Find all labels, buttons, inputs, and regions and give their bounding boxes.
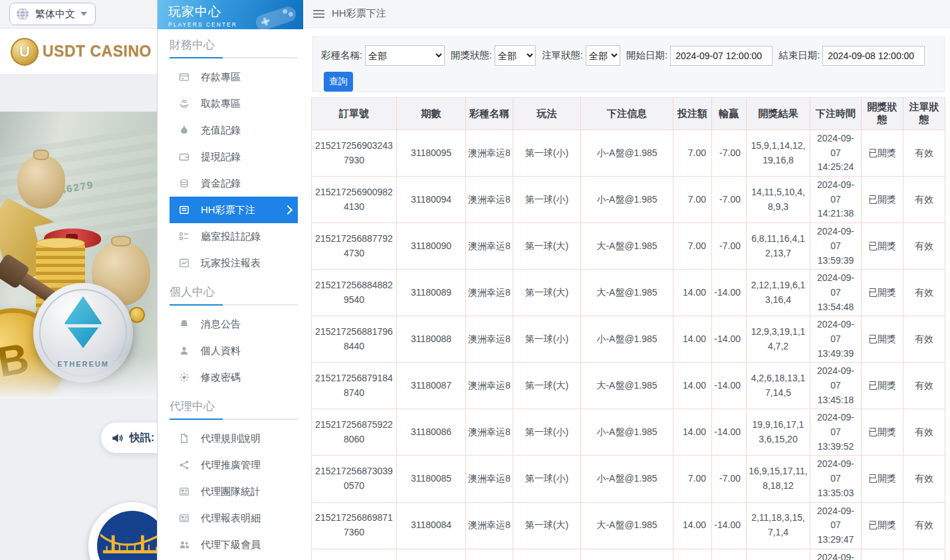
table-cell: 2024-09-07 13:25:02 [810,549,862,560]
sidebar-item-announcements[interactable]: 消息公告 [170,311,298,337]
sidebar-item-agent-report-detail[interactable]: 代理報表明細 [170,505,298,531]
table-cell: 6,8,11,16,4,12,13,7 [747,223,810,270]
table-row: 215217256903243793031180095澳洲幸运8第一球(小)小-… [312,130,945,177]
column-header: 訂單號 [312,98,397,130]
table-cell: 31180083 [397,549,466,560]
table-cell: 2152172568848829540 [312,270,397,316]
table-cell: 第一球(小) [513,177,581,223]
sidebar-item-label: 代理推廣管理 [201,459,261,472]
table-cell: 2024-09-07 13:59:39 [810,223,862,270]
bell-icon [179,319,189,329]
table-cell: 小-A盤@1.985 [581,316,673,363]
draw-status-select[interactable]: 全部 [495,45,536,66]
lottery-name-label: 彩種名稱: [321,49,362,62]
ethereum-diamond-icon [64,296,102,348]
sidebar-item-hh-lottery-bet[interactable]: HH彩票下注 [170,197,298,223]
table-cell: 7.00 [673,456,712,502]
column-header: 玩法 [513,98,581,130]
main-header: HH彩票下注 [303,0,950,28]
table-cell: 已開獎 [862,456,903,502]
table-cell: 大-A盤@1.985 [581,502,673,549]
search-button[interactable]: 查詢 [324,72,353,92]
table-cell: -7.00 [712,223,747,270]
table-cell: 有效 [903,409,945,456]
table-cell: -7.00 [712,130,747,177]
table-cell: 已開獎 [862,409,903,456]
sidebar-item-withdraw[interactable]: 取款專區 [170,90,298,117]
sidebar-item-agent-promotion[interactable]: 代理推廣管理 [170,452,298,478]
table-cell: 大-A盤@1.985 [581,223,673,270]
column-header: 輸贏 [712,98,747,130]
table-cell: 大-A盤@1.985 [581,363,673,409]
table-cell: 澳洲幸运8 [466,316,513,363]
table-cell: -14.00 [712,502,747,549]
spacer [0,75,157,112]
sidebar-item-label: 代理下級會員 [201,539,261,551]
start-date-label: 開始日期: [626,49,667,62]
table-cell: 已開獎 [862,223,903,270]
section-title: 代理中心 [170,399,298,415]
nav-section: 個人中心消息公告個人資料修改密碼 [158,284,303,391]
sidebar-item-withdrawal-record[interactable]: 提現記錄 [170,143,298,170]
person-icon [179,345,189,356]
table-cell: 2024-09-07 13:45:18 [810,363,862,409]
column-header: 注單狀態 [903,98,945,130]
withdraw-icon [179,98,189,109]
table-cell: 小-A盤@1.985 [581,177,673,223]
table-cell: 2152172568759228060 [312,409,397,456]
column-header: 開獎狀態 [862,98,903,130]
table-cell: 7.00 [673,177,712,223]
end-date-input[interactable] [822,46,925,66]
report-icon [179,513,189,523]
table-cell: 2024-09-07 14:25:24 [810,130,862,177]
table-cell: 31180095 [397,130,466,177]
sidebar-item-recharge-record[interactable]: 充值記錄 [170,117,298,143]
sidebar-item-agent-team-stats[interactable]: 代理團隊統計 [170,478,298,505]
table-cell: 31180089 [397,270,466,316]
deposit-icon [179,72,189,82]
language-selector[interactable]: 繁体中文 [9,3,96,25]
lottery-name-select[interactable]: 全部 [365,45,445,66]
table-row: 215217256867022810031180083澳洲幸运8第一球(小)小-… [312,549,945,560]
main-content: HH彩票下注 彩種名稱: 全部 開獎狀態: 全部 注單狀態: 全部 開始日期: … [303,0,950,560]
sidebar-item-funds-record[interactable]: 資金記錄 [170,170,298,197]
table-cell: 4,2,6,18,13,17,14,5 [747,363,810,409]
column-header: 下注信息 [581,98,673,130]
table-cell: 有效 [903,363,945,409]
table-cell: -14.00 [712,270,747,316]
bet-table: 訂單號期數彩種名稱玩法下注信息投注額輸贏開獎結果下注時間開獎狀態注單狀態 215… [311,97,945,560]
table-cell: 有效 [903,270,945,316]
start-date-input[interactable] [670,46,772,66]
table-cell: 2,11,18,3,15,7,1,4 [747,502,810,549]
table-cell: 2152172568730390570 [312,456,397,502]
sidebar-item-label: 玩家投注報表 [201,257,261,270]
table-cell: 有效 [903,549,945,560]
money-bag-icon [17,155,65,209]
sidebar-item-profile[interactable]: 個人資料 [170,337,298,364]
sidebar-item-agent-rules[interactable]: 代理規則說明 [170,425,298,452]
sidebar-item-room-bet-record[interactable]: 廳室投註記錄 [170,223,298,250]
table-cell: 2024-09-07 13:49:39 [810,316,862,363]
table-cell: 7.00 [673,130,712,177]
sidebar-item-label: 廳室投註記錄 [201,231,261,243]
hamburger-icon[interactable] [313,10,324,18]
table-cell: 2024-09-07 13:39:52 [810,409,862,456]
floor-fade [0,355,157,399]
table-cell: 2024-09-07 13:54:48 [810,270,862,316]
sidebar-item-change-password[interactable]: 修改密碼 [170,364,298,391]
player-bet-report-icon [179,258,189,268]
order-status-select[interactable]: 全部 [586,45,620,66]
table-cell: 小-A盤@1.985 [581,130,673,177]
table-cell: 澳洲幸运8 [466,270,513,316]
sidebar-item-player-bet-report[interactable]: 玩家投注報表 [170,250,298,276]
page-title: HH彩票下注 [332,7,386,20]
sidebar-item-label: 代理團隊統計 [201,486,261,498]
sidebar-item-agent-sub-members[interactable]: 代理下級會員 [170,531,298,558]
news-ticker: 快訊: [101,422,158,453]
sidebar-item-deposit[interactable]: 存款專區 [170,64,298,90]
draw-status-label: 開獎狀態: [451,49,492,62]
chevron-right-icon [283,205,293,215]
table-cell: 第一球(小) [513,316,581,363]
table-cell: 16,9,15,17,11,8,18,12 [747,456,810,502]
column-header: 期數 [397,98,466,130]
